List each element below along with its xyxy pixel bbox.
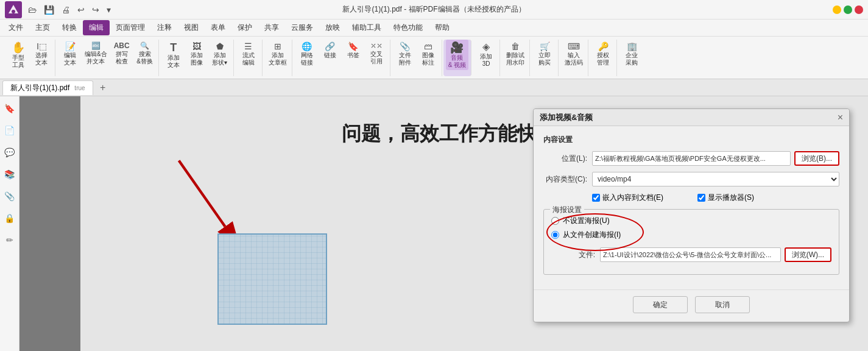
save-icon[interactable]: 💾 (41, 4, 57, 16)
menu-protect[interactable]: 保护 (231, 20, 258, 35)
sidebar-lock-icon[interactable]: 🔒 (2, 211, 17, 225)
folder-icon[interactable]: 🗁 (26, 4, 39, 16)
menu-form[interactable]: 表单 (205, 20, 231, 35)
link-button[interactable]: 🔗 链接 (319, 40, 341, 60)
link-icon: 🔗 (325, 42, 335, 51)
sidebar-layers-icon[interactable]: 📚 (2, 167, 17, 182)
menu-tools[interactable]: 辅助工具 (346, 20, 387, 35)
article-frame-icon: ⊞ (274, 42, 281, 51)
menu-convert[interactable]: 转换 (56, 20, 83, 35)
maximize-button[interactable] (844, 5, 852, 14)
menu-edit[interactable]: 编辑 (83, 20, 110, 35)
3d-icon: ◈ (482, 42, 490, 52)
menu-pages[interactable]: 页面管理 (110, 20, 151, 35)
dialog-close-button[interactable]: × (838, 113, 843, 122)
checkbox-row: 嵌入内容到文档(E) 显示播放器(S) (543, 193, 839, 203)
edit-text-button[interactable]: 📝 编辑文本 (59, 40, 81, 68)
browse-position-button[interactable]: 浏览(B)... (794, 151, 839, 166)
confirm-button[interactable]: 确定 (633, 296, 688, 313)
remove-watermark-button[interactable]: 🗑 删除试用水印 (504, 40, 527, 68)
buy-now-button[interactable]: 🛒 立即购买 (534, 40, 556, 68)
content-type-row: 内容类型(C): video/mp4 (543, 172, 839, 186)
menu-present[interactable]: 放映 (319, 20, 346, 35)
cart-icon: 🛒 (540, 42, 550, 51)
toolbar-group-attach: 📎 文件附件 🗃 图像标注 (392, 40, 442, 76)
sidebar-bookmark-icon[interactable]: 🔖 (2, 101, 17, 116)
show-player-checkbox-item: 显示播放器(S) (697, 193, 754, 203)
document-tab[interactable]: 新人引导(1)(1).pdf true (2, 80, 93, 95)
show-player-checkbox[interactable] (697, 194, 705, 202)
spell-icon: ABC (114, 42, 130, 49)
file-label: 文件: (551, 250, 600, 260)
search-replace-button[interactable]: 🔍 搜索&替换 (134, 40, 156, 66)
left-sidebar: 🔖 📄 💬 📚 📎 🔒 ✏ (0, 96, 19, 351)
watermark-icon: 🗑 (511, 42, 520, 51)
image-mark-button[interactable]: 🗃 图像标注 (417, 40, 439, 68)
merge-text-button[interactable]: 🔤 编辑&合并文本 (82, 40, 110, 66)
sidebar-attach-icon[interactable]: 📎 (2, 189, 17, 204)
print-icon[interactable]: 🖨 (59, 4, 72, 16)
window-title: 新人引导(1)(1).pdf - 福昕PDF编辑器（未经授权的产品） (342, 4, 525, 15)
poster-file-input[interactable] (600, 247, 781, 262)
minimize-button[interactable] (833, 5, 841, 14)
menu-view[interactable]: 视图 (178, 20, 205, 35)
add-text-icon: T (170, 42, 177, 53)
menu-file[interactable]: 文件 (2, 20, 29, 35)
dropdown-icon[interactable]: ▾ (104, 4, 113, 16)
add-tab-button[interactable]: + (96, 80, 110, 95)
hand-tool-button[interactable]: ✋ 手型工具 (7, 40, 29, 70)
enterprise-button[interactable]: 🏢 企业采购 (621, 40, 643, 68)
from-file-radio-item: 从文件创建海报(I) (551, 230, 621, 240)
close-tab-button[interactable]: true (74, 85, 85, 91)
from-file-radio[interactable] (551, 231, 559, 239)
stream-edit-button[interactable]: ☰ 流式编辑 (238, 40, 259, 68)
dialog-overlay: 添加视频&音频 × 内容设置 位置(L): 浏览(B)... 内容类型 (19, 96, 868, 351)
embed-label: 嵌入内容到文档(E) (602, 193, 663, 203)
toolbar-group-activate: ⌨ 输入激活码 (560, 40, 588, 76)
no-poster-radio[interactable] (551, 217, 559, 225)
no-poster-radio-item: 不设置海报(U) (551, 216, 621, 226)
title-bar-left: 🗁 💾 🖨 ↩ ↪ ▾ (5, 1, 113, 18)
select-icon: Ⅰ⬚ (37, 42, 47, 51)
audio-video-button[interactable]: 🎥 音频& 视频 (446, 40, 468, 70)
position-input[interactable] (592, 151, 791, 166)
menu-home[interactable]: 主页 (29, 20, 56, 35)
menu-comments[interactable]: 注释 (151, 20, 178, 35)
tab-label: 新人引导(1)(1).pdf (10, 83, 69, 93)
spell-check-button[interactable]: ABC 拼写检查 (111, 40, 133, 66)
activation-button[interactable]: ⌨ 输入激活码 (562, 40, 585, 68)
file-attach-icon: 📎 (400, 42, 410, 51)
menu-special[interactable]: 特色功能 (387, 20, 429, 35)
content-type-select[interactable]: video/mp4 (592, 172, 839, 186)
sidebar-comment-icon[interactable]: 💬 (2, 145, 17, 160)
select-text-button[interactable]: Ⅰ⬚ 选择文本 (30, 40, 52, 68)
add-image-button[interactable]: 🖼 添加图像 (186, 40, 208, 68)
license-icon: 🔑 (598, 42, 609, 51)
menu-cloud[interactable]: 云服务 (285, 20, 319, 35)
article-frame-button[interactable]: ⊞ 添加文章框 (266, 40, 289, 68)
sidebar-signature-icon[interactable]: ✏ (2, 233, 17, 247)
add-text-button[interactable]: T 添加文本 (163, 40, 185, 70)
toolbar-group-enterprise: 🏢 企业采购 (618, 40, 645, 76)
web-link-button[interactable]: 🌐 网络链接 (296, 40, 318, 68)
no-poster-label: 不设置海报(U) (563, 216, 610, 226)
close-button[interactable] (855, 5, 863, 14)
menu-bar: 文件 主页 转换 编辑 页面管理 注释 视图 表单 保护 共享 云服务 放映 辅… (0, 20, 868, 37)
license-button[interactable]: 🔑 授权管理 (592, 40, 614, 68)
cross-ref-button[interactable]: ⤫⤫ 交叉引用 (365, 40, 387, 66)
add-3d-button[interactable]: ◈ 添加3D (475, 40, 497, 69)
cancel-button[interactable]: 取消 (695, 296, 750, 313)
file-attach-button[interactable]: 📎 文件附件 (394, 40, 416, 68)
search-replace-icon: 🔍 (140, 42, 149, 49)
dialog-title: 添加视频&音频 (540, 112, 593, 123)
sidebar-page-icon[interactable]: 📄 (2, 123, 17, 138)
redo-icon[interactable]: ↪ (90, 4, 102, 16)
undo-icon[interactable]: ↩ (75, 4, 87, 16)
embed-checkbox[interactable] (592, 194, 600, 202)
menu-help[interactable]: 帮助 (429, 20, 456, 35)
menu-share[interactable]: 共享 (258, 20, 285, 35)
bookmark-button[interactable]: 🔖 书签 (342, 40, 364, 60)
add-shape-button[interactable]: ⬟ 添加形状▾ (209, 40, 231, 68)
browse-poster-button[interactable]: 浏览(W)... (785, 247, 831, 262)
stream-icon: ☰ (244, 42, 252, 51)
